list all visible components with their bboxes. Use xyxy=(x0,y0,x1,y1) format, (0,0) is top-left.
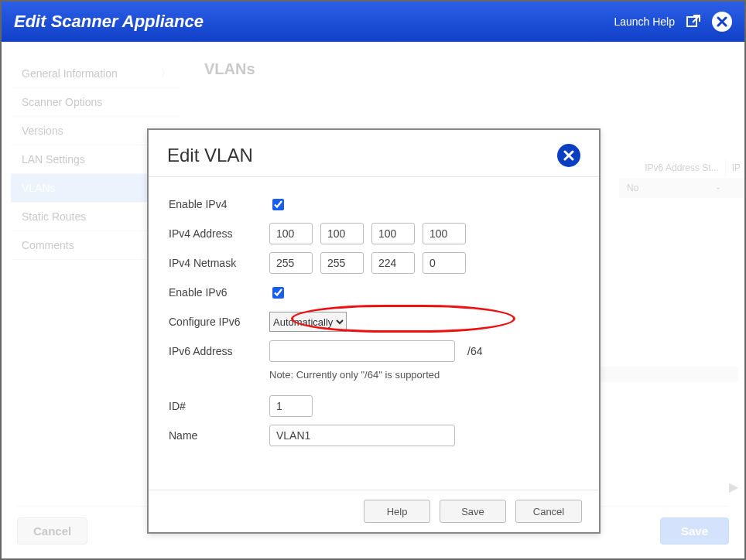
popout-icon[interactable] xyxy=(684,12,703,31)
close-icon[interactable] xyxy=(712,12,732,32)
window-header: Edit Scanner Appliance Launch Help xyxy=(2,2,744,42)
window-title: Edit Scanner Appliance xyxy=(14,12,204,32)
enable-ipv6-label: Enable IPv6 xyxy=(169,286,269,299)
mask-octet-4[interactable] xyxy=(423,252,466,274)
enable-ipv6-checkbox[interactable] xyxy=(272,287,284,299)
id-label: ID# xyxy=(169,400,269,412)
ipv4-octet-4[interactable] xyxy=(423,223,466,244)
launch-help-link[interactable]: Launch Help xyxy=(614,15,675,28)
mask-octet-1[interactable] xyxy=(269,252,313,274)
modal-close-icon[interactable] xyxy=(557,144,580,167)
modal-cancel-button[interactable]: Cancel xyxy=(515,500,582,523)
mask-octet-3[interactable] xyxy=(371,252,415,274)
ipv4-octet-1[interactable] xyxy=(269,223,313,244)
name-label: Name xyxy=(169,429,269,442)
name-input[interactable] xyxy=(269,425,455,446)
modal-help-button[interactable]: Help xyxy=(364,500,430,523)
mask-octet-2[interactable] xyxy=(320,252,364,274)
ipv4-netmask-label: IPv4 Netmask xyxy=(169,257,269,269)
ipv6-address-input[interactable] xyxy=(269,340,455,362)
enable-ipv4-label: Enable IPv4 xyxy=(169,198,269,210)
ipv6-note: Note: Currently only "/64" is supported xyxy=(269,369,579,381)
ipv4-octet-3[interactable] xyxy=(371,223,415,244)
svg-rect-0 xyxy=(687,17,696,26)
modal-save-button[interactable]: Save xyxy=(440,500,506,523)
configure-ipv6-select[interactable]: Automatically xyxy=(269,312,347,332)
id-input[interactable] xyxy=(269,395,313,417)
ipv4-octet-2[interactable] xyxy=(320,223,364,244)
edit-vlan-modal: Edit VLAN Enable IPv4 IPv4 Address xyxy=(147,128,601,534)
app-window: Edit Scanner Appliance Launch Help Gener… xyxy=(0,0,746,560)
modal-body: Enable IPv4 IPv4 Address IPv4 Netmask xyxy=(149,177,599,447)
enable-ipv4-checkbox[interactable] xyxy=(272,199,284,210)
configure-ipv6-label: Configure IPv6 xyxy=(169,316,269,328)
header-actions: Launch Help xyxy=(614,12,732,32)
modal-header: Edit VLAN xyxy=(149,130,599,177)
window-body: General Information〉 Scanner Options Ver… xyxy=(2,42,744,558)
ipv4-address-label: IPv4 Address xyxy=(169,227,269,240)
ipv6-address-label: IPv6 Address xyxy=(169,345,269,357)
ipv6-suffix: /64 xyxy=(467,345,482,357)
modal-title: Edit VLAN xyxy=(167,145,253,166)
modal-footer: Help Save Cancel xyxy=(149,490,599,532)
